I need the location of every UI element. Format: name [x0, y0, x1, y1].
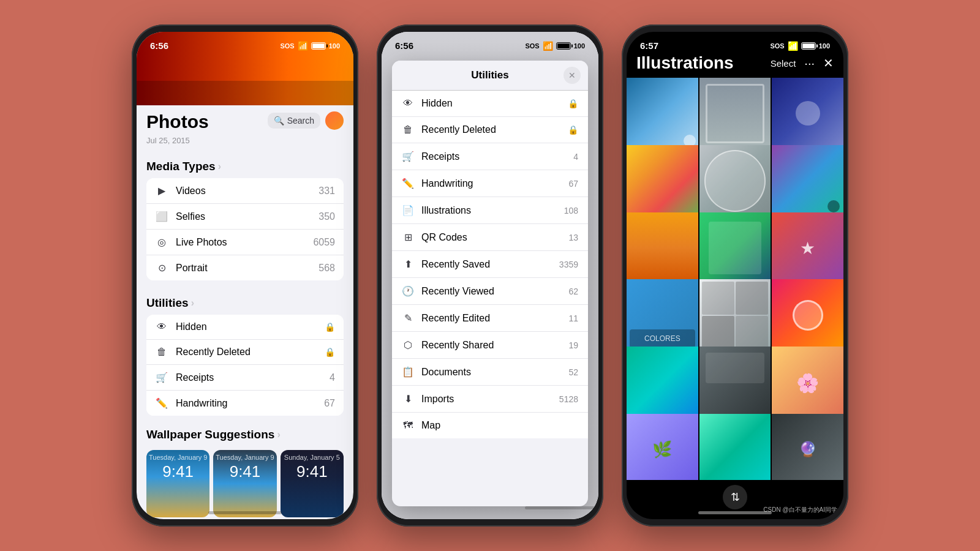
phone3-status: 6:57 SOS 📶 100	[627, 32, 843, 51]
modal-item-recently-saved[interactable]: ⬆ Recently Saved 3359	[392, 251, 588, 278]
upload-icon: ⬆	[402, 258, 414, 270]
wallpaper-thumb[interactable]: Tuesday, January 9 9:41	[213, 450, 276, 517]
wallpaper-grid: Tuesday, January 9 9:41 Tuesday, January…	[146, 450, 344, 517]
modal-close-button[interactable]: ✕	[564, 67, 581, 84]
video-icon: ▶	[155, 185, 168, 197]
lock-icon: 🔒	[325, 322, 335, 332]
wallpaper-section: Wallpaper Suggestions › Tuesday, January…	[137, 423, 353, 517]
lock-icon: 🔒	[325, 347, 335, 357]
photo-cell[interactable]	[627, 347, 698, 418]
eye-icon: 👁	[402, 98, 414, 109]
photo-cell[interactable]	[627, 145, 698, 217]
pencil-icon: ✏️	[402, 178, 414, 189]
map-icon: 🗺	[402, 420, 414, 431]
photo-cell[interactable]: 🌸	[772, 347, 843, 418]
wallpaper-thumb[interactable]: Sunday, January 5 9:41	[281, 450, 344, 517]
wallpaper-thumb[interactable]: Tuesday, January 9 9:41	[146, 450, 209, 517]
illustrations-actions: Select ··· ✕	[771, 56, 834, 70]
photo-cell[interactable]	[772, 145, 843, 217]
edit-icon: ✎	[402, 312, 414, 324]
pencil-icon: ✏️	[155, 397, 168, 409]
photos-title: Photos	[146, 111, 209, 132]
photo-cell[interactable]	[699, 347, 771, 418]
import-icon: ⬇	[402, 393, 414, 405]
home-indicator	[208, 511, 282, 514]
phone3-status-time: 6:57	[640, 40, 658, 51]
phone1-status-time: 6:56	[150, 40, 168, 51]
hidden-item[interactable]: 👁 Hidden 🔒	[146, 315, 344, 340]
photo-cell[interactable]: 🔮	[772, 414, 843, 480]
modal-item-hidden[interactable]: 👁 Hidden 🔒	[392, 91, 588, 117]
select-button[interactable]: Select	[771, 58, 796, 69]
phone2-status-time: 6:56	[395, 40, 413, 51]
utilities-header[interactable]: Utilities ›	[137, 288, 353, 315]
photo-cell[interactable]	[772, 78, 843, 149]
share-icon: ⬡	[402, 339, 414, 351]
lock-icon: 🔒	[568, 125, 578, 135]
list-item[interactable]: ◎ Live Photos 6059	[146, 230, 344, 255]
qr-icon: ⊞	[402, 231, 414, 243]
avatar[interactable]	[325, 111, 344, 130]
media-types-list: ▶ Videos 331 ⬜ Selfies 350 ◎ Live Photos…	[146, 178, 344, 280]
phone-utilities: 6:56 SOS 📶 100 Utilities ✕	[377, 24, 603, 527]
sort-button[interactable]: ⇅	[723, 485, 747, 509]
doc-icon: 📋	[402, 366, 414, 378]
modal-item-map[interactable]: 🗺 Map	[392, 413, 588, 438]
lock-icon: 🔒	[568, 99, 578, 108]
trash-icon: 🗑	[155, 347, 168, 358]
modal-header: Utilities ✕	[392, 61, 588, 91]
modal-item-illustrations[interactable]: 📄 Illustrations 108	[392, 197, 588, 224]
more-options-icon[interactable]: ···	[804, 56, 815, 70]
photo-cell[interactable]: 🌿	[627, 414, 698, 480]
modal-item-recently-edited[interactable]: ✎ Recently Edited 11	[392, 305, 588, 332]
photo-cell[interactable]	[772, 279, 843, 351]
trash-icon: 🗑	[402, 124, 414, 135]
phone3-screen: 6:57 SOS 📶 100 Illustrations Select ···	[627, 32, 843, 519]
modal-item-recently-deleted[interactable]: 🗑 Recently Deleted 🔒	[392, 117, 588, 143]
wallpaper-header[interactable]: Wallpaper Suggestions ›	[146, 423, 344, 445]
close-icon[interactable]: ✕	[823, 56, 834, 70]
list-item[interactable]: ▶ Videos 331	[146, 178, 344, 204]
modal-item-handwriting[interactable]: ✏️ Handwriting 67	[392, 170, 588, 197]
modal-list: 👁 Hidden 🔒 🗑 Recently Deleted 🔒 🛒	[392, 91, 588, 438]
phone2-screen: 6:56 SOS 📶 100 Utilities ✕	[382, 32, 598, 519]
recently-deleted-item[interactable]: 🗑 Recently Deleted 🔒	[146, 340, 344, 365]
photo-cell[interactable]	[699, 145, 771, 217]
photo-cell[interactable]	[627, 212, 698, 284]
hero-photo: 6:56 SOS 📶 100	[137, 32, 353, 105]
photo-cell[interactable]	[699, 279, 771, 351]
list-item[interactable]: ⊙ Portrait 568	[146, 255, 344, 280]
photo-cell[interactable]	[699, 212, 771, 284]
photo-cell[interactable]	[699, 78, 771, 149]
clock-icon: 🕐	[402, 285, 414, 297]
phone-illustrations: 6:57 SOS 📶 100 Illustrations Select ···	[622, 24, 848, 527]
list-item[interactable]: ⬜ Selfies 350	[146, 204, 344, 230]
watermark: CSDN @白不量力的AI同学	[763, 506, 837, 514]
receipts-item[interactable]: 🛒 Receipts 4	[146, 365, 344, 391]
utilities-list: 👁 Hidden 🔒 🗑 Recently Deleted 🔒 🛒 Receip…	[146, 315, 344, 416]
photo-cell[interactable]: ★	[772, 212, 843, 284]
modal-item-recently-shared[interactable]: ⬡ Recently Shared 19	[392, 332, 588, 359]
chevron-icon: ›	[191, 298, 194, 309]
portrait-icon: ⊙	[155, 262, 168, 274]
photo-cell[interactable]	[699, 414, 771, 480]
modal-item-documents[interactable]: 📋 Documents 52	[392, 359, 588, 386]
modal-item-recently-viewed[interactable]: 🕐 Recently Viewed 62	[392, 278, 588, 305]
phones-container: 6:56 SOS 📶 100 Photos Jul	[132, 24, 848, 527]
search-button[interactable]: 🔍 Search	[268, 113, 320, 129]
document-icon: 📄	[402, 204, 414, 216]
photos-date: Jul 25, 2015	[146, 136, 209, 145]
illustrations-header: Illustrations Select ··· ✕	[627, 51, 843, 78]
home-indicator	[525, 506, 598, 509]
handwriting-item[interactable]: ✏️ Handwriting 67	[146, 391, 344, 416]
chevron-icon: ›	[218, 161, 221, 172]
photo-cell[interactable]	[627, 78, 698, 149]
photo-cell[interactable]: COLORES	[627, 279, 698, 351]
modal-item-qr[interactable]: ⊞ QR Codes 13	[392, 224, 588, 251]
photo-grid: ★ COLORES	[627, 78, 843, 480]
modal-item-imports[interactable]: ⬇ Imports 5128	[392, 386, 588, 413]
modal-item-receipts[interactable]: 🛒 Receipts 4	[392, 143, 588, 170]
media-types-header[interactable]: Media Types ›	[137, 151, 353, 178]
live-icon: ◎	[155, 236, 168, 248]
modal-title: Utilities	[471, 69, 508, 81]
